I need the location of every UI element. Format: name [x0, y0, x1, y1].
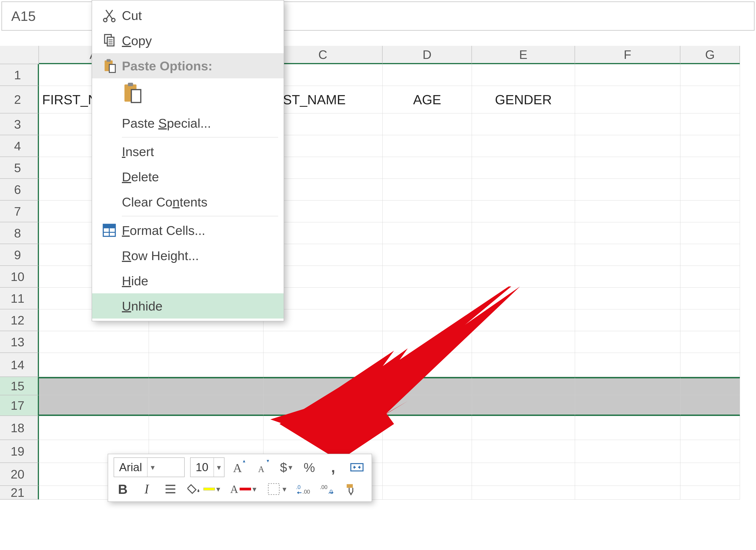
cell-G8[interactable]: [680, 222, 740, 244]
cell-F10[interactable]: [575, 266, 680, 288]
merge-center-button[interactable]: [348, 458, 366, 476]
cell-E21[interactable]: [472, 486, 575, 500]
cell-A18[interactable]: [39, 416, 149, 440]
menu-item-unhide[interactable]: Unhide: [92, 293, 284, 319]
row-header-19[interactable]: 19: [0, 440, 39, 463]
cell-G21[interactable]: [680, 486, 740, 500]
accounting-number-format-button[interactable]: $▾: [278, 458, 295, 476]
cell-G1[interactable]: [680, 64, 740, 86]
row-header-14[interactable]: 14: [0, 353, 39, 377]
cell-G6[interactable]: [680, 179, 740, 200]
menu-item-cut[interactable]: Cut: [92, 3, 284, 28]
cell-E8[interactable]: [472, 222, 575, 244]
row-header-5[interactable]: 5: [0, 157, 39, 179]
cell-E4[interactable]: [472, 135, 575, 157]
cell-G12[interactable]: [680, 310, 740, 331]
row-header-21[interactable]: 21: [0, 486, 39, 500]
increase-font-size-button[interactable]: A: [230, 458, 248, 476]
align-button[interactable]: [161, 480, 180, 498]
cell-D10[interactable]: [383, 266, 472, 288]
dropdown-caret-icon[interactable]: ▾: [214, 458, 224, 477]
cell-D1[interactable]: [383, 64, 472, 86]
cell-G18[interactable]: [680, 416, 740, 440]
menu-item-paste-default[interactable]: [92, 78, 284, 110]
cell-G15[interactable]: [680, 377, 740, 395]
cell-D9[interactable]: [383, 244, 472, 266]
cell-F19[interactable]: [575, 440, 680, 463]
cell-E2[interactable]: GENDER: [472, 86, 575, 113]
cell-B13[interactable]: [149, 331, 263, 353]
font-name-combo[interactable]: Arial ▾: [114, 457, 185, 477]
cell-D3[interactable]: [383, 113, 472, 135]
bold-button[interactable]: B: [114, 480, 132, 498]
row-header-4[interactable]: 4: [0, 135, 39, 157]
cell-G5[interactable]: [680, 157, 740, 179]
comma-style-button[interactable]: ,: [324, 458, 342, 476]
select-all-corner[interactable]: [0, 46, 39, 64]
cell-D21[interactable]: [383, 486, 472, 500]
cell-F20[interactable]: [575, 463, 680, 486]
row-header-10[interactable]: 10: [0, 266, 39, 288]
cell-G14[interactable]: [680, 353, 740, 377]
row-header-9[interactable]: 9: [0, 244, 39, 266]
decrease-decimal-button[interactable]: .00.0: [318, 480, 336, 498]
cell-F5[interactable]: [575, 157, 680, 179]
cell-E6[interactable]: [472, 179, 575, 200]
row-header-20[interactable]: 20: [0, 463, 39, 486]
cell-G4[interactable]: [680, 135, 740, 157]
format-painter-button[interactable]: [342, 480, 360, 498]
cell-B15[interactable]: [149, 377, 263, 395]
cell-F21[interactable]: [575, 486, 680, 500]
name-box[interactable]: A15: [1, 1, 102, 31]
cell-A17[interactable]: [39, 395, 149, 416]
cell-A13[interactable]: [39, 331, 149, 353]
cell-F4[interactable]: [575, 135, 680, 157]
cell-G11[interactable]: [680, 288, 740, 310]
cell-A14[interactable]: [39, 353, 149, 377]
increase-decimal-button[interactable]: .0.00: [294, 480, 312, 498]
cell-F15[interactable]: [575, 377, 680, 395]
cell-D2[interactable]: AGE: [383, 86, 472, 113]
font-color-button[interactable]: A ▾: [228, 480, 259, 498]
row-header-1[interactable]: 1: [0, 64, 39, 86]
cell-F6[interactable]: [575, 179, 680, 200]
cell-F9[interactable]: [575, 244, 680, 266]
cell-F8[interactable]: [575, 222, 680, 244]
cell-F14[interactable]: [575, 353, 680, 377]
dropdown-caret-icon[interactable]: ▾: [147, 458, 158, 477]
row-header-2[interactable]: 2: [0, 86, 39, 113]
fill-color-button[interactable]: ▾: [185, 480, 222, 498]
cell-B14[interactable]: [149, 353, 263, 377]
row-header-8[interactable]: 8: [0, 222, 39, 244]
cell-G3[interactable]: [680, 113, 740, 135]
cell-G17[interactable]: [680, 395, 740, 416]
row-header-12[interactable]: 12: [0, 310, 39, 331]
cell-E10[interactable]: [472, 266, 575, 288]
cell-D6[interactable]: [383, 179, 472, 200]
menu-item-delete[interactable]: Delete: [92, 164, 284, 189]
menu-item-row-height[interactable]: Row Height...: [92, 243, 284, 268]
decrease-font-size-button[interactable]: A: [254, 458, 272, 476]
cell-D5[interactable]: [383, 157, 472, 179]
cell-D4[interactable]: [383, 135, 472, 157]
row-header-17[interactable]: 17: [0, 395, 39, 416]
cell-G13[interactable]: [680, 331, 740, 353]
menu-item-hide[interactable]: Hide: [92, 268, 284, 293]
cell-F11[interactable]: [575, 288, 680, 310]
cell-E5[interactable]: [472, 157, 575, 179]
row-header-3[interactable]: 3: [0, 113, 39, 135]
font-size-combo[interactable]: 10 ▾: [190, 457, 225, 477]
cell-D7[interactable]: [383, 200, 472, 222]
row-header-6[interactable]: 6: [0, 179, 39, 200]
cell-F2[interactable]: [575, 86, 680, 113]
cell-B17[interactable]: [149, 395, 263, 416]
cell-G10[interactable]: [680, 266, 740, 288]
cell-F17[interactable]: [575, 395, 680, 416]
column-header-G[interactable]: G: [680, 46, 740, 64]
cell-F18[interactable]: [575, 416, 680, 440]
column-header-F[interactable]: F: [575, 46, 680, 64]
cell-E9[interactable]: [472, 244, 575, 266]
menu-item-paste-special[interactable]: Paste Special...: [92, 110, 284, 136]
menu-item-insert[interactable]: Insert: [92, 139, 284, 164]
italic-button[interactable]: I: [137, 480, 156, 498]
